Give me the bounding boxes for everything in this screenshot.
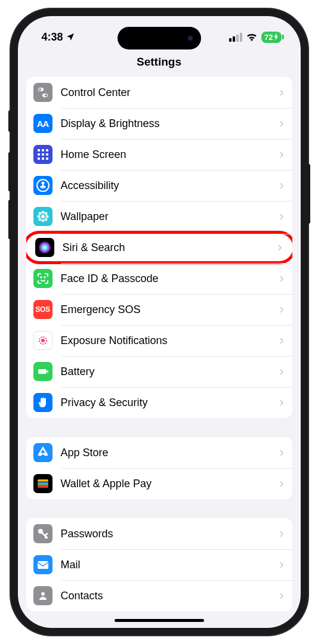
- chevron-right-icon: ›: [279, 178, 283, 193]
- battery-indicator: 72: [261, 32, 281, 43]
- appstore-icon: [33, 443, 53, 462]
- status-time: 4:38: [42, 31, 63, 44]
- settings-list[interactable]: Control Center›AADisplay & Brightness›Ho…: [18, 77, 301, 617]
- svg-rect-5: [42, 149, 44, 151]
- row-label: Display & Brightness: [61, 117, 280, 130]
- svg-point-22: [38, 218, 41, 221]
- svg-rect-11: [42, 157, 44, 160]
- svg-point-20: [38, 212, 41, 215]
- settings-group: App Store›Wallet & Apple Pay›: [26, 437, 292, 499]
- settings-row-wallpaper[interactable]: Wallpaper›: [26, 201, 292, 232]
- wifi-icon: [246, 33, 258, 41]
- chevron-right-icon: ›: [279, 302, 283, 317]
- faceid-icon: [33, 269, 53, 288]
- svg-rect-6: [46, 149, 48, 151]
- row-label: App Store: [61, 447, 280, 459]
- settings-row-mail[interactable]: Mail›: [26, 549, 292, 580]
- phone-frame: 4:38 72 Settings Control Center›AADispla…: [11, 9, 308, 635]
- home-indicator[interactable]: [115, 619, 204, 622]
- chevron-right-icon: ›: [279, 209, 283, 224]
- row-label: Emergency SOS: [61, 304, 280, 316]
- location-icon: [66, 32, 75, 42]
- battery-icon: [33, 362, 53, 381]
- settings-row-display[interactable]: AADisplay & Brightness›: [26, 108, 292, 139]
- svg-point-1: [39, 88, 41, 91]
- settings-group: Control Center›AADisplay & Brightness›Ho…: [26, 77, 292, 418]
- settings-row-wallet[interactable]: Wallet & Apple Pay›: [26, 468, 292, 499]
- row-label: Mail: [61, 559, 280, 571]
- chevron-right-icon: ›: [279, 526, 283, 541]
- settings-row-faceid[interactable]: Face ID & Passcode›: [26, 263, 292, 294]
- settings-row-home-screen[interactable]: Home Screen›: [26, 139, 292, 170]
- home-screen-icon: [33, 145, 53, 164]
- settings-row-siri[interactable]: Siri & Search›: [26, 231, 292, 264]
- row-label: Accessibility: [61, 179, 280, 192]
- chevron-right-icon: ›: [279, 445, 283, 460]
- svg-point-26: [44, 277, 45, 278]
- svg-point-23: [44, 218, 47, 221]
- settings-row-accessibility[interactable]: Accessibility›: [26, 170, 292, 201]
- svg-point-24: [38, 241, 51, 254]
- svg-point-17: [41, 219, 44, 222]
- row-label: Siri & Search: [63, 242, 278, 254]
- svg-rect-10: [38, 157, 40, 160]
- chevron-right-icon: ›: [279, 557, 283, 572]
- row-label: Control Center: [61, 86, 280, 99]
- svg-point-25: [41, 277, 42, 278]
- accessibility-icon: [33, 176, 53, 195]
- svg-point-15: [41, 215, 45, 218]
- wallpaper-icon: [33, 207, 53, 226]
- chevron-right-icon: ›: [279, 395, 283, 410]
- row-label: Contacts: [61, 590, 280, 602]
- row-label: Wallet & Apple Pay: [61, 478, 280, 490]
- settings-row-sos[interactable]: SOSEmergency SOS›: [26, 294, 292, 325]
- svg-rect-35: [38, 485, 48, 488]
- passwords-icon: [33, 524, 53, 543]
- contacts-icon: [33, 586, 53, 605]
- svg-rect-9: [46, 153, 48, 156]
- settings-group: Passwords›Mail›Contacts›: [26, 518, 292, 611]
- chevron-right-icon: ›: [279, 85, 283, 100]
- svg-point-21: [44, 212, 47, 215]
- chevron-right-icon: ›: [279, 476, 283, 491]
- settings-row-control-center[interactable]: Control Center›: [26, 77, 292, 108]
- chevron-right-icon: ›: [277, 240, 282, 255]
- svg-rect-12: [46, 157, 48, 160]
- svg-rect-37: [38, 561, 48, 569]
- settings-row-passwords[interactable]: Passwords›: [26, 518, 292, 549]
- svg-point-14: [41, 182, 44, 185]
- chevron-right-icon: ›: [279, 588, 283, 603]
- screen: 4:38 72 Settings Control Center›AADispla…: [18, 16, 301, 628]
- svg-point-19: [45, 215, 48, 218]
- svg-point-28: [41, 339, 45, 342]
- settings-row-exposure[interactable]: Exposure Notifications›: [26, 325, 292, 356]
- svg-rect-7: [38, 153, 40, 156]
- settings-row-contacts[interactable]: Contacts›: [26, 580, 292, 611]
- settings-row-battery[interactable]: Battery›: [26, 356, 292, 387]
- cellular-icon: [229, 33, 242, 42]
- row-label: Exposure Notifications: [61, 335, 280, 347]
- svg-point-18: [37, 215, 40, 218]
- privacy-icon: [33, 393, 53, 412]
- svg-point-38: [41, 592, 45, 596]
- row-label: Home Screen: [61, 148, 280, 161]
- row-label: Passwords: [61, 528, 280, 540]
- settings-row-appstore[interactable]: App Store›: [26, 437, 292, 468]
- svg-point-16: [41, 211, 44, 214]
- page-title: Settings: [18, 52, 301, 77]
- chevron-right-icon: ›: [279, 333, 283, 348]
- dynamic-island: [118, 27, 201, 49]
- sos-icon: SOS: [33, 300, 53, 319]
- svg-rect-4: [38, 149, 40, 151]
- chevron-right-icon: ›: [279, 271, 283, 286]
- display-icon: AA: [33, 114, 53, 133]
- mail-icon: [33, 555, 53, 574]
- chevron-right-icon: ›: [279, 364, 283, 379]
- settings-row-privacy[interactable]: Privacy & Security›: [26, 387, 292, 418]
- control-center-icon: [33, 83, 53, 102]
- row-label: Face ID & Passcode: [61, 273, 280, 285]
- chevron-right-icon: ›: [279, 147, 283, 162]
- wallet-icon: [33, 474, 53, 493]
- siri-icon: [35, 238, 54, 257]
- row-label: Wallpaper: [61, 210, 280, 223]
